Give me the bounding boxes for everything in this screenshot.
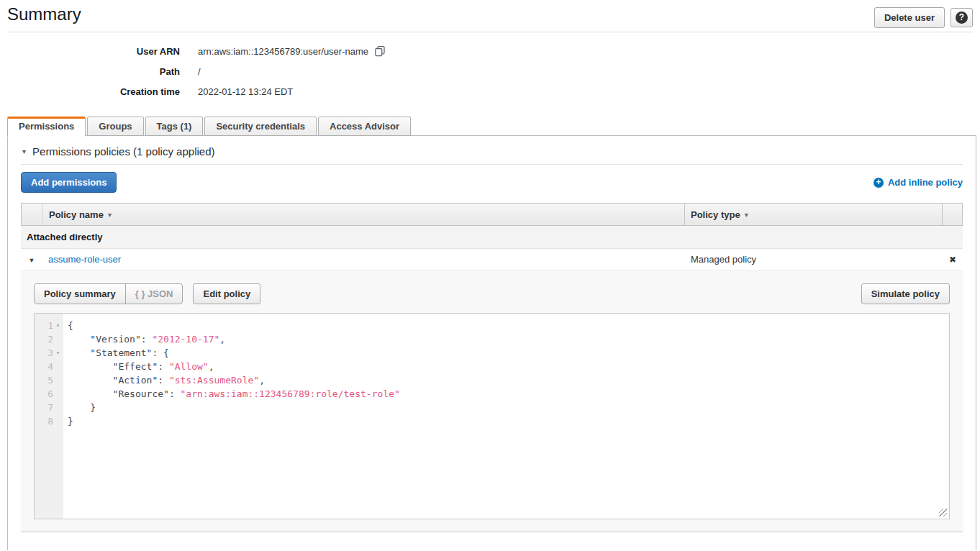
edit-policy-button[interactable]: Edit policy bbox=[193, 283, 260, 304]
string-token: "2012-10-17" bbox=[152, 334, 219, 345]
page-header: Summary Delete user ? bbox=[7, 0, 973, 32]
code-token: , bbox=[219, 334, 225, 345]
policy-actions-cell: ✖ bbox=[943, 254, 963, 265]
code-token: , bbox=[259, 375, 265, 386]
policy-json-editor[interactable]: 1▾23▾45678 { "Version": "2012-10-17", "S… bbox=[34, 313, 950, 519]
code-token: "Version": bbox=[68, 334, 152, 345]
code-line: { bbox=[68, 319, 949, 332]
gutter-line: 4 bbox=[35, 360, 63, 373]
code-line: "Statement": { bbox=[68, 346, 949, 360]
tab-permissions[interactable]: Permissions bbox=[7, 117, 86, 137]
permissions-tab-panel: ▾ Permissions policies (1 policy applied… bbox=[7, 135, 976, 550]
plus-circle-icon: + bbox=[874, 178, 884, 188]
policy-detail-panel: Policy summary { } JSON Edit policy Simu… bbox=[21, 270, 963, 532]
line-number: 1 bbox=[47, 319, 53, 332]
code-line: } bbox=[68, 401, 949, 414]
policy-table-header: Policy name ▾ Policy type ▾ bbox=[21, 203, 963, 226]
fold-arrow-icon[interactable]: ▾ bbox=[53, 346, 63, 360]
info-label: Creation time bbox=[0, 86, 180, 97]
policy-name-link[interactable]: assume-role-user bbox=[48, 254, 121, 265]
info-row: Creation time2022-01-12 13:24 EDT bbox=[0, 81, 980, 101]
iam-user-summary-page: Summary Delete user ? User ARNarn:aws:ia… bbox=[0, 0, 980, 551]
gutter-line: 6 bbox=[35, 387, 63, 401]
line-number: 4 bbox=[47, 360, 53, 373]
code-token: } bbox=[68, 416, 73, 427]
simulate-policy-button[interactable]: Simulate policy bbox=[861, 283, 950, 304]
policies-toolbar: Add permissions + Add inline policy bbox=[21, 172, 963, 193]
detach-policy-button[interactable]: ✖ bbox=[949, 255, 956, 265]
gutter-line: 8 bbox=[35, 414, 63, 428]
tab-groups[interactable]: Groups bbox=[87, 117, 143, 136]
add-inline-policy-link[interactable]: + Add inline policy bbox=[874, 177, 963, 188]
gutter-line: 3▾ bbox=[35, 346, 63, 360]
question-mark-icon: ? bbox=[956, 12, 968, 24]
gutter-line: 7 bbox=[35, 401, 63, 414]
code-line: "Version": "2012-10-17", bbox=[68, 332, 949, 346]
policy-name-column-label: Policy name bbox=[49, 209, 104, 220]
resize-handle[interactable] bbox=[939, 509, 947, 516]
line-number: 8 bbox=[47, 414, 53, 428]
copy-icon[interactable] bbox=[374, 45, 386, 57]
help-button[interactable]: ? bbox=[950, 8, 973, 27]
info-label: User ARN bbox=[0, 46, 180, 57]
policy-row: ▼assume-role-userManaged policy✖ bbox=[21, 249, 963, 270]
chevron-down-icon: ▼ bbox=[29, 257, 35, 264]
code-token: , bbox=[209, 361, 214, 372]
page-title: Summary bbox=[7, 4, 81, 24]
policy-table: Policy name ▾ Policy type ▾ Attached dir… bbox=[21, 203, 963, 532]
attached-directly-group-row: Attached directly bbox=[21, 226, 963, 249]
policy-name-column-header[interactable]: Policy name ▾ bbox=[43, 204, 684, 225]
code-token: { bbox=[68, 320, 73, 331]
actions-column-header bbox=[942, 204, 962, 225]
permissions-policies-section-toggle[interactable]: ▾ Permissions policies (1 policy applied… bbox=[21, 136, 963, 165]
info-value: 2022-01-12 13:24 EDT bbox=[198, 86, 293, 97]
policy-summary-button[interactable]: Policy summary bbox=[34, 283, 126, 304]
tab-security-credentials[interactable]: Security credentials bbox=[204, 117, 317, 136]
info-row: Path/ bbox=[0, 61, 980, 81]
policy-type-cell: Managed policy bbox=[685, 254, 943, 265]
policy-type-column-label: Policy type bbox=[691, 209, 740, 220]
gutter-line: 1▾ bbox=[35, 319, 63, 332]
fold-arrow-icon[interactable]: ▾ bbox=[53, 319, 63, 332]
code-token: "Statement": { bbox=[68, 347, 169, 358]
line-number: 5 bbox=[47, 373, 53, 387]
user-info-list: User ARNarn:aws:iam::123456789:user/user… bbox=[0, 41, 980, 101]
code-token: "Effect": bbox=[68, 361, 169, 372]
code-token: } bbox=[68, 402, 96, 413]
tab-access-advisor[interactable]: Access Advisor bbox=[318, 117, 411, 136]
collapse-arrow-icon: ▾ bbox=[22, 147, 26, 155]
sort-caret-icon: ▾ bbox=[108, 211, 112, 219]
expander-column-header bbox=[22, 204, 43, 225]
line-number: 2 bbox=[47, 332, 53, 346]
header-actions: Delete user ? bbox=[874, 7, 973, 28]
tab-bar: PermissionsGroupsTags (1)Security creden… bbox=[7, 117, 976, 136]
delete-user-button[interactable]: Delete user bbox=[874, 7, 945, 28]
sort-caret-icon: ▾ bbox=[745, 211, 748, 219]
add-permissions-button[interactable]: Add permissions bbox=[21, 172, 117, 193]
code-line: "Action": "sts:AssumeRole", bbox=[68, 373, 949, 387]
row-expander[interactable]: ▼ bbox=[21, 254, 42, 265]
policy-table-body: ▼assume-role-userManaged policy✖ bbox=[21, 249, 963, 270]
string-token: "sts:AssumeRole" bbox=[169, 375, 259, 386]
info-value: / bbox=[198, 66, 201, 77]
info-value: arn:aws:iam::123456789:user/user-name bbox=[198, 46, 368, 57]
editor-gutter: 1▾23▾45678 bbox=[35, 314, 63, 519]
policy-type-column-header[interactable]: Policy type ▾ bbox=[684, 204, 942, 225]
string-token: "Allow" bbox=[169, 361, 209, 372]
editor-code: { "Version": "2012-10-17", "Statement": … bbox=[63, 314, 949, 519]
line-number: 7 bbox=[47, 401, 53, 414]
line-number: 6 bbox=[47, 387, 53, 401]
gutter-line: 5 bbox=[35, 373, 63, 387]
code-line: } bbox=[68, 414, 949, 428]
tab-tags-1[interactable]: Tags (1) bbox=[145, 117, 204, 136]
info-row: User ARNarn:aws:iam::123456789:user/user… bbox=[0, 41, 980, 61]
gutter-line: 2 bbox=[35, 332, 63, 346]
line-number: 3 bbox=[47, 346, 53, 360]
tabs-section: PermissionsGroupsTags (1)Security creden… bbox=[7, 117, 976, 550]
permissions-policies-heading: Permissions policies (1 policy applied) bbox=[32, 145, 214, 158]
code-line: "Effect": "Allow", bbox=[68, 360, 949, 373]
json-view-button[interactable]: { } JSON bbox=[125, 283, 183, 304]
add-inline-policy-label: Add inline policy bbox=[888, 177, 963, 188]
string-token: "arn:aws:iam::123456789:role/test-role" bbox=[181, 388, 400, 399]
code-token: "Resource": bbox=[68, 388, 181, 399]
